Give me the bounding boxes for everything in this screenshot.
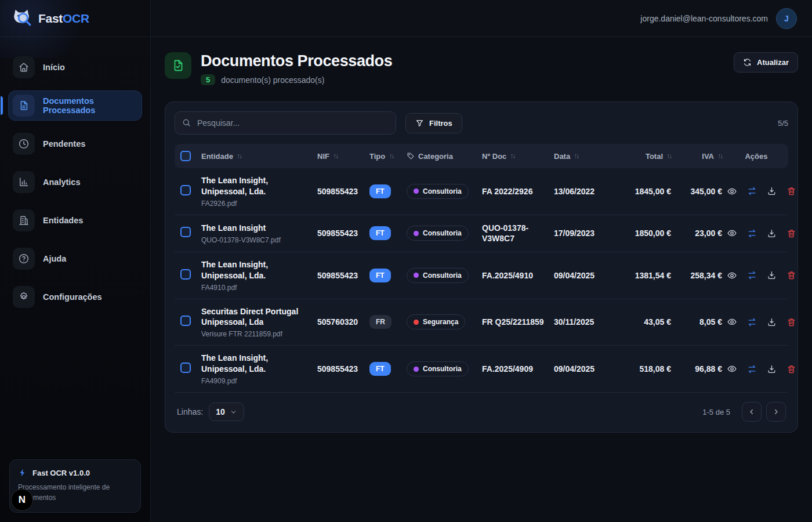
header-iva[interactable]: IVA↑↓: [676, 152, 724, 161]
brand-header: FastOCR: [0, 0, 150, 37]
categoria-label: Consultoria: [423, 271, 462, 280]
header-nif[interactable]: NIF↑↓: [317, 152, 369, 161]
sort-icon: ↑↓: [333, 152, 338, 160]
categoria-dot: [414, 188, 419, 194]
sidebar-item-analytics[interactable]: Analytics: [8, 167, 142, 197]
view-button[interactable]: [724, 361, 740, 376]
eye-icon: [727, 228, 737, 238]
table-row: The Lean InsightQUO-01378-V3W8C7.pdf 509…: [175, 215, 788, 252]
pagination: Linhas: 10 1-5 de 5: [175, 402, 788, 422]
header-tipo[interactable]: Tipo↑↓: [369, 152, 407, 161]
delete-button[interactable]: [784, 315, 799, 329]
brand-name: FastOCR: [38, 12, 89, 26]
entity-name: The Lean Insight, Unipessoal, Lda.: [201, 175, 310, 197]
sidebar-item-configuracoes[interactable]: Configurações: [8, 282, 142, 312]
nextjs-dev-badge[interactable]: N: [11, 489, 33, 511]
transfer-button[interactable]: [745, 362, 759, 376]
refresh-button[interactable]: Atualizar: [734, 52, 798, 72]
header-total[interactable]: Total↑↓: [614, 152, 676, 161]
entity-name: The Lean Insight, Unipessoal, Lda.: [201, 353, 310, 375]
select-all-checkbox[interactable]: [180, 151, 191, 161]
delete-button[interactable]: [784, 226, 799, 241]
filters-button[interactable]: Filtros: [405, 113, 462, 133]
doc-date: 09/04/2025: [554, 271, 614, 280]
tipo-badge: FT: [369, 362, 391, 376]
header-doc[interactable]: Nº Doc↑↓: [482, 152, 554, 161]
transfer-button[interactable]: [745, 315, 759, 329]
sidebar-item-label: Ajuda: [43, 254, 66, 263]
view-button[interactable]: [724, 268, 740, 283]
row-checkbox[interactable]: [180, 269, 191, 280]
gear-icon: [13, 286, 35, 308]
row-checkbox[interactable]: [180, 227, 191, 237]
sort-icon: ↑↓: [389, 152, 393, 160]
categoria-label: Consultoria: [423, 187, 462, 195]
home-icon: [13, 56, 35, 78]
sidebar-item-label: Pendentes: [43, 139, 85, 148]
header-entidade[interactable]: Entidade↑↓: [201, 152, 317, 161]
download-button[interactable]: [764, 362, 779, 376]
header-categoria[interactable]: Categoria: [407, 152, 482, 161]
categoria-dot: [414, 320, 419, 325]
view-button[interactable]: [724, 314, 740, 329]
chevron-down-icon: [230, 408, 237, 416]
categoria-label: Consultoria: [423, 365, 462, 373]
categoria-pill: Consultoria: [407, 184, 469, 199]
search-icon: [182, 118, 191, 128]
row-checkbox[interactable]: [180, 185, 191, 195]
nif-value: 509855423: [317, 187, 369, 196]
download-button[interactable]: [764, 268, 779, 282]
entity-name: Securitas Direct Portugal Unipessoal, Ld…: [201, 306, 310, 328]
download-button[interactable]: [764, 315, 779, 329]
sidebar-item-entidades[interactable]: Entidades: [8, 205, 142, 235]
sidebar-nav: Início Documentos Processados Pendentes …: [0, 37, 150, 312]
sidebar: FastOCR Início Documentos Processados Pe…: [0, 0, 151, 522]
version-tagline: Processamento inteligente de documentos: [18, 483, 132, 503]
doc-date: 09/04/2025: [554, 364, 614, 374]
header-data[interactable]: Data↑↓: [554, 152, 614, 161]
view-button[interactable]: [724, 184, 740, 199]
delete-button[interactable]: [784, 362, 799, 376]
bar-chart-icon: [13, 171, 35, 193]
eye-icon: [727, 270, 737, 281]
rows-per-page-select[interactable]: 10: [209, 403, 244, 421]
tag-icon: [407, 152, 415, 160]
download-icon: [767, 229, 777, 238]
row-checkbox[interactable]: [180, 316, 191, 326]
doc-total: 1381,54 €: [614, 271, 676, 280]
doc-date: 17/09/2023: [554, 229, 614, 238]
doc-total: 43,05 €: [614, 317, 676, 327]
sidebar-item-pendentes[interactable]: Pendentes: [8, 129, 142, 159]
entity-file: QUO-01378-V3W8C7.pdf: [201, 236, 317, 244]
sidebar-item-ajuda[interactable]: Ajuda: [8, 244, 142, 274]
prev-page-button[interactable]: [742, 402, 762, 422]
next-page-button[interactable]: [766, 402, 786, 422]
delete-button[interactable]: [784, 268, 799, 282]
transfer-button[interactable]: [745, 226, 759, 241]
search-input[interactable]: [175, 111, 396, 135]
sidebar-item-documentos-processados[interactable]: Documentos Processados: [8, 90, 142, 121]
download-button[interactable]: [764, 184, 779, 198]
document-icon: [13, 95, 35, 117]
funnel-icon: [415, 119, 424, 128]
chevron-left-icon: [748, 408, 756, 416]
documents-card: Filtros 5/5 Entidade↑↓ NIF↑↓ Tipo↑↓ Cate…: [165, 102, 798, 433]
categoria-dot: [414, 273, 419, 278]
download-button[interactable]: [764, 226, 779, 241]
sidebar-item-label: Entidades: [43, 216, 83, 225]
view-button[interactable]: [724, 226, 740, 241]
results-ratio: 5/5: [778, 119, 788, 128]
row-checkbox[interactable]: [180, 362, 191, 373]
transfer-button[interactable]: [745, 268, 759, 282]
categoria-pill: Segurança: [407, 314, 465, 329]
doc-number: FR Q25/2211859: [482, 317, 550, 327]
delete-button[interactable]: [784, 184, 799, 198]
categoria-label: Segurança: [423, 318, 458, 326]
main-content: Documentos Processados 5 documento(s) pr…: [151, 37, 812, 522]
download-icon: [767, 317, 777, 327]
chevron-right-icon: [772, 408, 780, 416]
nif-value: 509855423: [317, 364, 369, 374]
avatar[interactable]: J: [776, 8, 797, 29]
transfer-button[interactable]: [745, 184, 759, 198]
sidebar-item-inicio[interactable]: Início: [8, 52, 142, 82]
